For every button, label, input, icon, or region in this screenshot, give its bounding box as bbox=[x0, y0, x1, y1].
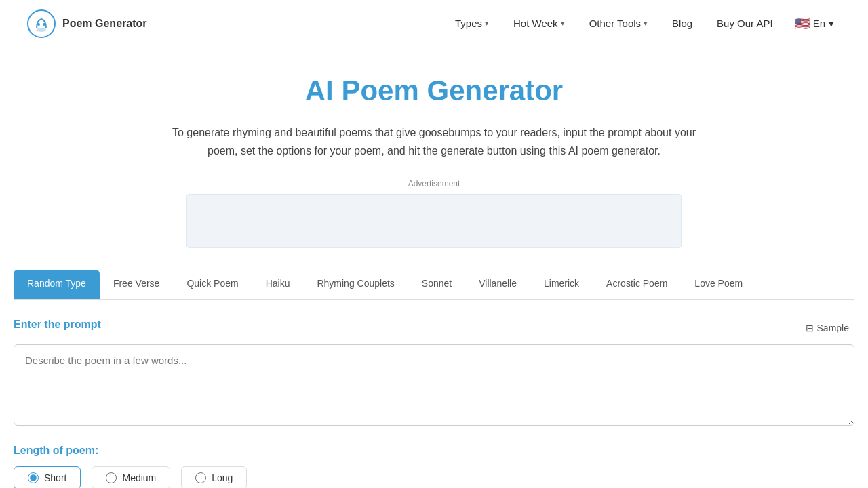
tab-free-verse[interactable]: Free Verse bbox=[100, 270, 173, 299]
chevron-down-icon: ▾ bbox=[644, 19, 648, 28]
page-title: AI Poem Generator bbox=[14, 75, 854, 107]
chevron-down-icon: ▾ bbox=[829, 18, 834, 30]
sample-icon: ⊟ bbox=[806, 323, 814, 333]
prompt-label: Enter the prompt bbox=[14, 319, 101, 331]
main-content: AI Poem Generator To generate rhyming an… bbox=[0, 47, 868, 488]
length-radio-group: Short Medium Long bbox=[14, 466, 854, 488]
length-radio-medium[interactable] bbox=[106, 472, 117, 483]
nav-other-tools[interactable]: Other Tools ▾ bbox=[580, 12, 657, 35]
logo-icon bbox=[27, 9, 56, 38]
ad-label: Advertisement bbox=[14, 179, 854, 188]
logo[interactable]: Poem Generator bbox=[27, 9, 146, 38]
logo-text: Poem Generator bbox=[62, 18, 146, 30]
chevron-down-icon: ▾ bbox=[561, 19, 565, 28]
length-radio-long[interactable] bbox=[195, 472, 206, 483]
nav-api[interactable]: Buy Our API bbox=[707, 12, 783, 35]
advertisement-banner bbox=[186, 194, 682, 248]
tab-rhyming-couplets[interactable]: Rhyming Couplets bbox=[303, 270, 408, 299]
page-description: To generate rhyming and beautiful poems … bbox=[156, 123, 712, 160]
svg-point-2 bbox=[37, 23, 40, 26]
nav-blog[interactable]: Blog bbox=[663, 12, 702, 35]
tab-love-poem[interactable]: Love Poem bbox=[681, 270, 756, 299]
tab-quick-poem[interactable]: Quick Poem bbox=[173, 270, 252, 299]
nav-hot-week[interactable]: Hot Week ▾ bbox=[504, 12, 574, 35]
length-option-long[interactable]: Long bbox=[181, 466, 247, 488]
tab-limerick[interactable]: Limerick bbox=[530, 270, 593, 299]
tab-acrostic-poem[interactable]: Acrostic Poem bbox=[593, 270, 681, 299]
poem-type-tabs: Random Type Free Verse Quick Poem Haiku … bbox=[14, 270, 854, 300]
tab-sonnet[interactable]: Sonnet bbox=[408, 270, 465, 299]
length-option-short[interactable]: Short bbox=[14, 466, 81, 488]
tab-villanelle[interactable]: Villanelle bbox=[465, 270, 530, 299]
nav-language[interactable]: 🇺🇸 En ▾ bbox=[788, 11, 841, 37]
tab-haiku[interactable]: Haiku bbox=[252, 270, 304, 299]
length-label: Length of poem: bbox=[14, 445, 854, 457]
length-option-medium[interactable]: Medium bbox=[92, 466, 170, 488]
sample-button[interactable]: ⊟ Sample bbox=[800, 320, 854, 336]
prompt-textarea[interactable] bbox=[14, 344, 854, 426]
prompt-header: Enter the prompt ⊟ Sample bbox=[14, 319, 854, 338]
nav-types[interactable]: Types ▾ bbox=[446, 12, 498, 35]
chevron-down-icon: ▾ bbox=[485, 19, 489, 28]
svg-point-1 bbox=[37, 28, 46, 32]
header: Poem Generator Types ▾ Hot Week ▾ Other … bbox=[0, 0, 868, 47]
length-radio-short[interactable] bbox=[28, 472, 39, 483]
tab-random-type[interactable]: Random Type bbox=[14, 270, 100, 299]
svg-point-0 bbox=[28, 10, 55, 37]
main-nav: Types ▾ Hot Week ▾ Other Tools ▾ Blog Bu… bbox=[446, 11, 841, 37]
svg-point-3 bbox=[43, 23, 45, 26]
flag-icon: 🇺🇸 bbox=[795, 16, 810, 31]
length-section: Length of poem: Short Medium Long bbox=[14, 445, 854, 488]
